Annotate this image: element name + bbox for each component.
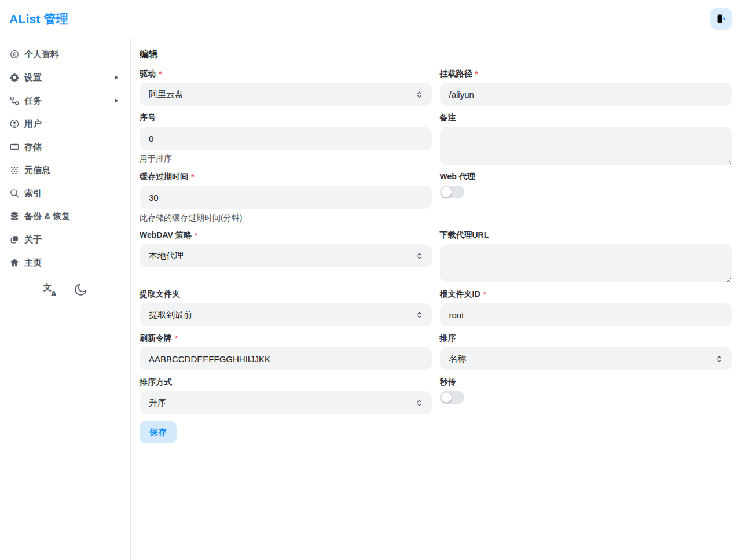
field-extract-folder-label: 提取文件夹	[140, 289, 432, 300]
driver-select-value: 阿里云盘	[149, 89, 184, 100]
home-icon	[9, 257, 20, 268]
field-rapid-upload-label: 秒传	[440, 377, 732, 388]
sidebar-item-metas[interactable]: 元信息	[0, 159, 130, 182]
sidebar-item-about[interactable]: 关于	[0, 228, 130, 251]
select-chevron-icon	[415, 252, 424, 260]
required-asterisk: *	[475, 69, 478, 79]
user-circle-icon	[9, 119, 20, 129]
sidebar-item-label: 用户	[24, 119, 120, 130]
field-root-folder-id-label: 根文件夹ID *	[440, 289, 732, 300]
field-cache-expiration-label: 缓存过期时间 *	[140, 172, 432, 182]
down-proxy-url-textarea[interactable]	[440, 244, 732, 282]
field-mount-path-label: 挂载路径 *	[440, 69, 732, 79]
logout-button[interactable]	[710, 8, 732, 30]
web-proxy-toggle[interactable]	[440, 186, 464, 198]
field-order-label: 序号	[140, 113, 432, 123]
sidebar-item-label: 索引	[24, 188, 120, 199]
field-web-proxy-label: Web 代理	[440, 172, 732, 182]
tasks-flow-icon	[9, 95, 20, 106]
save-button[interactable]: 保存	[140, 421, 177, 443]
app-title: AList 管理	[9, 11, 68, 27]
toggle-knob	[441, 187, 452, 197]
sidebar: 个人资料 设置 任务	[0, 38, 131, 560]
select-chevron-icon	[715, 355, 724, 363]
translate-icon[interactable]: 文 A	[43, 282, 58, 297]
sidebar-item-label: 存储	[24, 142, 120, 153]
field-remark-label: 备注	[440, 113, 732, 123]
sidebar-item-home[interactable]: 主页	[0, 251, 130, 274]
svg-text:A: A	[51, 290, 57, 297]
rapid-upload-toggle[interactable]	[440, 391, 464, 404]
svg-text:文: 文	[43, 283, 52, 292]
field-webdav-policy: WebDAV 策略 * 本地代理	[140, 230, 432, 267]
required-asterisk: *	[175, 334, 178, 343]
field-order-direction: 排序方式 升序	[140, 377, 432, 414]
refresh-token-input[interactable]	[140, 347, 432, 370]
cache-expiration-input[interactable]	[140, 186, 432, 209]
required-asterisk: *	[159, 69, 162, 79]
sidebar-item-backup-restore[interactable]: 备份 & 恢复	[0, 205, 130, 228]
field-extract-folder: 提取文件夹 提取到最前	[140, 289, 432, 326]
field-web-proxy: Web 代理	[440, 172, 732, 198]
app-header: AList 管理	[0, 0, 741, 38]
field-refresh-token: 刷新令牌 *	[140, 333, 432, 370]
field-driver-label: 驱动 *	[140, 69, 432, 79]
sidebar-item-label: 个人资料	[24, 49, 120, 60]
field-refresh-token-label: 刷新令牌 *	[140, 333, 432, 344]
remark-textarea[interactable]	[440, 127, 732, 165]
sidebar-item-tasks[interactable]: 任务	[0, 89, 130, 112]
field-order-by-label: 排序	[440, 333, 732, 344]
field-cache-expiration: 缓存过期时间 * 此存储的缓存过期时间(分钟)	[140, 172, 432, 223]
field-order: 序号 用于排序	[140, 113, 432, 164]
main-content: 编辑 驱动 * 阿里云盘 挂载路径 *	[131, 38, 741, 560]
sidebar-item-profile[interactable]: 个人资料	[0, 43, 130, 66]
sidebar-item-users[interactable]: 用户	[0, 112, 130, 135]
copy-about-icon	[9, 234, 20, 245]
select-chevron-icon	[415, 311, 424, 319]
extract-folder-select-value: 提取到最前	[149, 310, 192, 320]
root-folder-id-input[interactable]	[440, 303, 732, 326]
field-order-direction-label: 排序方式	[140, 377, 432, 388]
select-chevron-icon	[415, 399, 424, 407]
meta-matrix-icon	[9, 165, 20, 175]
edit-storage-form: 驱动 * 阿里云盘 挂载路径 * 序号	[140, 69, 732, 414]
sidebar-item-indexes[interactable]: 索引	[0, 182, 130, 205]
storage-server-icon	[9, 142, 20, 152]
field-root-folder-id: 根文件夹ID *	[440, 289, 732, 326]
order-by-select[interactable]: 名称	[440, 347, 732, 370]
sidebar-item-storages[interactable]: 存储	[0, 135, 130, 159]
search-icon	[9, 188, 20, 198]
field-order-by: 排序 名称	[440, 333, 732, 370]
chevron-right-icon	[113, 97, 120, 104]
required-asterisk: *	[483, 290, 486, 299]
sign-out-icon	[716, 13, 727, 24]
webdav-policy-select-value: 本地代理	[149, 250, 184, 261]
field-remark: 备注	[440, 113, 732, 165]
field-order-hint: 用于排序	[140, 154, 432, 164]
database-icon	[9, 211, 20, 222]
field-rapid-upload: 秒传	[440, 377, 732, 404]
order-direction-select-value: 升序	[149, 397, 166, 408]
gear-icon	[9, 72, 20, 83]
driver-select[interactable]: 阿里云盘	[140, 83, 432, 106]
fingerprint-icon	[9, 49, 20, 60]
extract-folder-select[interactable]: 提取到最前	[140, 303, 432, 326]
field-cache-expiration-hint: 此存储的缓存过期时间(分钟)	[140, 213, 432, 223]
webdav-policy-select[interactable]: 本地代理	[140, 244, 432, 267]
field-down-proxy-url: 下载代理URL	[440, 230, 732, 282]
sidebar-item-label: 主页	[24, 257, 120, 268]
field-webdav-policy-label: WebDAV 策略 *	[140, 230, 432, 241]
mount-path-input[interactable]	[440, 83, 732, 106]
field-driver: 驱动 * 阿里云盘	[140, 69, 432, 106]
order-input[interactable]	[140, 127, 432, 150]
sidebar-item-label: 任务	[24, 95, 113, 106]
order-by-select-value: 名称	[449, 353, 467, 364]
required-asterisk: *	[195, 231, 197, 240]
sidebar-item-settings[interactable]: 设置	[0, 66, 130, 89]
moon-icon[interactable]	[73, 282, 88, 297]
sidebar-item-label: 元信息	[24, 165, 120, 176]
chevron-right-icon	[113, 74, 120, 81]
order-direction-select[interactable]: 升序	[140, 391, 432, 414]
sidebar-tools: 文 A	[0, 282, 130, 297]
sidebar-item-label: 关于	[24, 234, 120, 245]
